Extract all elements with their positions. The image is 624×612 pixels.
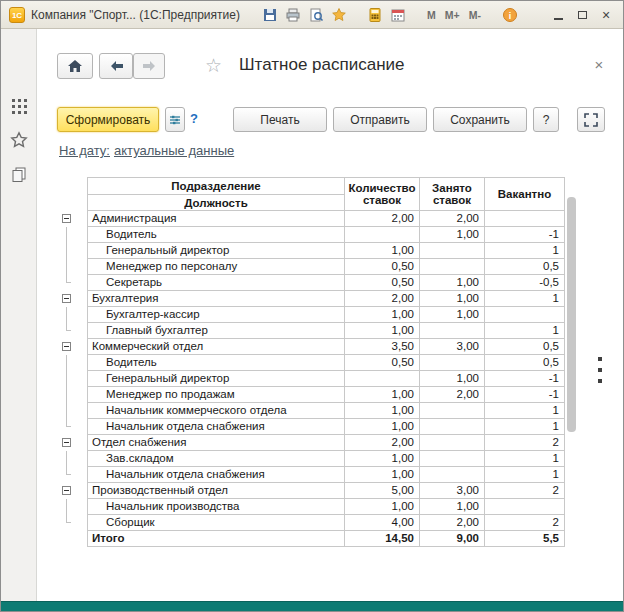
- cell-occupied[interactable]: 2,00: [420, 515, 485, 531]
- cell-quantity[interactable]: 0,50: [345, 355, 420, 371]
- cell-occupied[interactable]: 1,00: [420, 371, 485, 387]
- column-header-vacant[interactable]: Вакантно: [485, 177, 565, 211]
- cell-name[interactable]: Отдел снабжения: [87, 435, 345, 451]
- menu-grid-icon[interactable]: [8, 95, 30, 117]
- info-icon[interactable]: i: [501, 6, 519, 24]
- cell-quantity[interactable]: 1,00: [345, 243, 420, 259]
- settings-help-link[interactable]: ?: [190, 111, 198, 126]
- cell-quantity[interactable]: 2,00: [345, 211, 420, 227]
- cell-quantity[interactable]: [345, 371, 420, 387]
- panel-grip[interactable]: [598, 357, 602, 383]
- column-header-department[interactable]: Подразделение: [88, 178, 344, 195]
- cell-name[interactable]: Менеджер по продажам: [87, 387, 345, 403]
- cell-vacant[interactable]: [485, 307, 565, 323]
- maximize-button[interactable]: [571, 6, 593, 24]
- column-header-occupied[interactable]: Занято ставок: [420, 177, 485, 211]
- cell-vacant[interactable]: -1: [485, 371, 565, 387]
- cell-name[interactable]: Начальник отдела снабжения: [87, 467, 345, 483]
- report-settings-button[interactable]: [165, 107, 185, 132]
- cell-vacant[interactable]: 0,5: [485, 259, 565, 275]
- history-icon[interactable]: [8, 163, 30, 185]
- cell-quantity[interactable]: [345, 227, 420, 243]
- date-filter-link[interactable]: На дату:актуальные данные: [59, 143, 234, 158]
- cell-quantity[interactable]: 0,50: [345, 275, 420, 291]
- print-icon[interactable]: [284, 6, 302, 24]
- calc-memory-minus-button[interactable]: M-: [467, 9, 483, 21]
- cell-occupied[interactable]: 1,00: [420, 275, 485, 291]
- cell-name[interactable]: Начальник производства: [87, 499, 345, 515]
- print-button[interactable]: Печать: [233, 107, 327, 132]
- calc-memory-plus-button[interactable]: M+: [443, 9, 462, 21]
- cell-occupied[interactable]: 1,00: [420, 307, 485, 323]
- cell-vacant[interactable]: 1: [485, 451, 565, 467]
- column-header-quantity[interactable]: Количество ставок: [345, 177, 420, 211]
- save-icon[interactable]: [261, 6, 279, 24]
- cell-occupied[interactable]: 1,00: [420, 499, 485, 515]
- cell-name[interactable]: Итого: [87, 531, 345, 547]
- cell-quantity[interactable]: 2,00: [345, 291, 420, 307]
- cell-quantity[interactable]: 3,50: [345, 339, 420, 355]
- cell-occupied[interactable]: [420, 259, 485, 275]
- cell-quantity[interactable]: 1,00: [345, 403, 420, 419]
- cell-quantity[interactable]: 1,00: [345, 419, 420, 435]
- cell-vacant[interactable]: 2: [485, 483, 565, 499]
- cell-name[interactable]: Водитель: [87, 227, 345, 243]
- minimize-button[interactable]: [547, 6, 569, 24]
- print-preview-icon[interactable]: [307, 6, 325, 24]
- cell-occupied[interactable]: 3,00: [420, 339, 485, 355]
- cell-quantity[interactable]: 1,00: [345, 323, 420, 339]
- collapse-toggle-icon[interactable]: [62, 486, 71, 495]
- cell-quantity[interactable]: 1,00: [345, 467, 420, 483]
- collapse-toggle-icon[interactable]: [62, 214, 71, 223]
- cell-vacant[interactable]: 2: [485, 435, 565, 451]
- cell-vacant[interactable]: 1: [485, 291, 565, 307]
- cell-vacant[interactable]: 1: [485, 323, 565, 339]
- cell-quantity[interactable]: 2,00: [345, 435, 420, 451]
- cell-vacant[interactable]: [485, 499, 565, 515]
- cell-quantity[interactable]: 14,50: [345, 531, 420, 547]
- cell-quantity[interactable]: 1,00: [345, 387, 420, 403]
- cell-vacant[interactable]: 1: [485, 243, 565, 259]
- cell-name[interactable]: Секретарь: [87, 275, 345, 291]
- cell-name[interactable]: Администрация: [87, 211, 345, 227]
- cell-occupied[interactable]: 1,00: [420, 291, 485, 307]
- cell-occupied[interactable]: [420, 323, 485, 339]
- cell-name[interactable]: Главный бухгалтер: [87, 323, 345, 339]
- column-header-department-position[interactable]: Подразделение Должность: [87, 177, 345, 211]
- cell-name[interactable]: Начальник коммерческого отдела: [87, 403, 345, 419]
- cell-name[interactable]: Генеральный директор: [87, 371, 345, 387]
- collapse-toggle-icon[interactable]: [62, 438, 71, 447]
- collapse-toggle-icon[interactable]: [62, 294, 71, 303]
- expand-button[interactable]: [577, 107, 605, 132]
- help-button[interactable]: ?: [533, 107, 559, 132]
- form-close-button[interactable]: ×: [589, 54, 609, 74]
- window-titlebar[interactable]: 1С Компания "Спорт... (1С:Предприятие): [1, 1, 623, 29]
- generate-button[interactable]: Сформировать: [57, 107, 159, 132]
- home-button[interactable]: [57, 53, 93, 79]
- cell-name[interactable]: Бухгалтер-кассир: [87, 307, 345, 323]
- cell-occupied[interactable]: [420, 355, 485, 371]
- cell-name[interactable]: Зав.складом: [87, 451, 345, 467]
- cell-vacant[interactable]: 5,5: [485, 531, 565, 547]
- cell-name[interactable]: Генеральный директор: [87, 243, 345, 259]
- sidebar-favorites-icon[interactable]: [8, 129, 30, 151]
- cell-quantity[interactable]: 0,50: [345, 259, 420, 275]
- cell-vacant[interactable]: 1: [485, 467, 565, 483]
- cell-occupied[interactable]: [420, 403, 485, 419]
- calculator-icon[interactable]: [366, 6, 384, 24]
- send-button[interactable]: Отправить: [333, 107, 427, 132]
- vertical-scrollbar[interactable]: [567, 197, 576, 432]
- cell-vacant[interactable]: 2: [485, 515, 565, 531]
- cell-name[interactable]: Менеджер по персоналу: [87, 259, 345, 275]
- cell-vacant[interactable]: 0,5: [485, 355, 565, 371]
- favorites-star-icon[interactable]: [330, 6, 348, 24]
- cell-occupied[interactable]: [420, 467, 485, 483]
- back-button[interactable]: [99, 53, 133, 79]
- cell-occupied[interactable]: 3,00: [420, 483, 485, 499]
- cell-quantity[interactable]: 4,00: [345, 515, 420, 531]
- cell-occupied[interactable]: 2,00: [420, 387, 485, 403]
- calc-memory-button[interactable]: M: [425, 9, 438, 21]
- cell-occupied[interactable]: 1,00: [420, 227, 485, 243]
- cell-occupied[interactable]: [420, 451, 485, 467]
- cell-vacant[interactable]: -0,5: [485, 275, 565, 291]
